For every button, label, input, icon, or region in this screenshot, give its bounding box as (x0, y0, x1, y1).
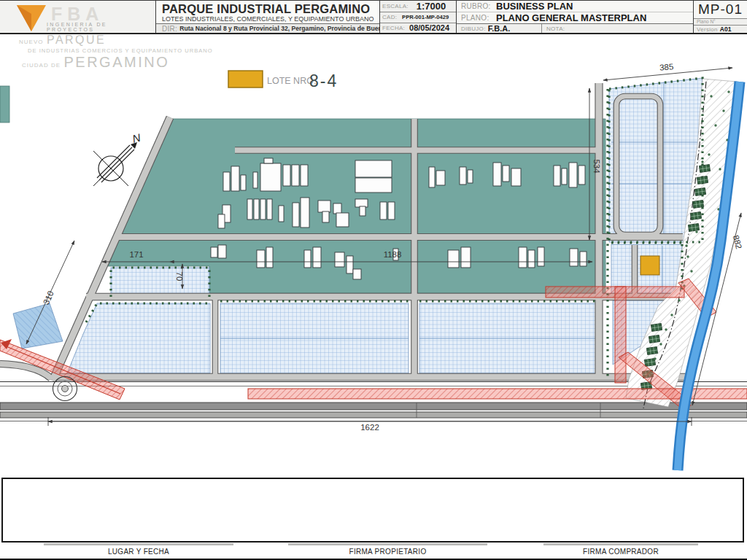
version-row: Version A01 (694, 25, 747, 33)
escala-row: ESCALA: 1:7000 (380, 1, 456, 12)
dir-label: DIR: (162, 25, 177, 33)
rubro-label: RUBRO: (461, 2, 496, 10)
dim-70: 70 (175, 272, 184, 281)
address-row: DIR: Ruta Nacional 8 y Ruta Provincial 3… (156, 23, 379, 33)
masterplan-sheet: { "title_block": { "logo_brand": "FBA", … (0, 0, 747, 560)
dim-1622: 1622 (360, 423, 379, 432)
title-block: FBA INGENIERIA DE PROYECTOS PARQUE INDUS… (0, 0, 747, 34)
watermark-line3: CIUDAD DE PERGAMINO (22, 55, 213, 69)
highlight-lot-8-4 (640, 256, 659, 275)
sheet-code: MP-01 (694, 1, 747, 18)
signature-line-comprador (543, 543, 698, 545)
dim-310: 310 (42, 289, 55, 306)
watermark-big1: PARQUE (47, 34, 106, 46)
logo-cell: FBA INGENIERIA DE PROYECTOS (0, 1, 155, 33)
signature-label-lugar: LUGAR Y FECHA (44, 548, 233, 556)
dim-171: 171 (129, 250, 143, 259)
dim-534: 534 (592, 159, 601, 174)
notes-box (1, 478, 744, 542)
cad-value: PPR-001-MP-0429 (397, 14, 454, 20)
signature-line-lugar (44, 543, 233, 545)
fecha-label: FECHA: (382, 25, 405, 31)
version-value: A01 (720, 26, 732, 33)
nota-label: NOTA: (546, 26, 565, 32)
escala-label: ESCALA: (382, 3, 409, 9)
plano-value: PLANO GENERAL MASTERPLAN (496, 12, 646, 23)
cad-row: CAD: PPR-001-MP-0429 (380, 12, 456, 23)
dim-882: 882 (732, 234, 744, 250)
dibujo-value: F.B.A. (488, 24, 511, 33)
north-label: N (131, 131, 142, 145)
version-label: Version (697, 26, 718, 33)
legend-value: 8-4 (309, 71, 338, 90)
fecha-row: FECHA: 08/05/2024 (380, 23, 456, 34)
sheet-cell: MP-01 Plano N° Version A01 (693, 1, 747, 33)
signature-label-comprador: FIRMA COMPRADOR (543, 548, 698, 556)
legend-swatch (228, 71, 263, 88)
watermark-big3: PERGAMINO (63, 54, 169, 70)
watermark-line1: NUEVO PARQUE (19, 34, 213, 46)
escala-value: 1:7000 (409, 1, 454, 12)
rubro-row: RUBRO: BUSINESS PLAN (457, 1, 693, 12)
dibujo-label: DIBUJO: (461, 26, 486, 32)
project-watermark: NUEVO PARQUE DE INDUSTRIAS COMERCIOS Y E… (19, 34, 213, 69)
plano-label: PLANO: (461, 14, 496, 22)
signature-label-propietario: FIRMA PROPIETARIO (288, 548, 487, 556)
watermark-prefix3: CIUDAD DE (22, 62, 61, 69)
plano-row: PLANO: PLANO GENERAL MASTERPLAN (457, 12, 693, 23)
dim-385: 385 (659, 62, 674, 72)
project-subtitle: LOTES INDUSTRIALES, COMERCIALES, Y EQUIP… (156, 15, 379, 23)
rubro-value: BUSINESS PLAN (496, 1, 573, 12)
fba-logo-icon (15, 4, 48, 33)
cad-label: CAD: (382, 14, 397, 20)
north-arrow-icon: N (93, 131, 142, 186)
nota-cell: NOTA: (541, 24, 693, 33)
signature-line-propietario (288, 543, 487, 545)
watermark-line2: DE INDUSTRIAS COMERCIOS Y EQUIPAMIENTO U… (28, 48, 213, 54)
dir-value: Ruta Nacional 8 y Ruta Provincial 32, Pe… (179, 25, 406, 32)
watermark-prefix1: NUEVO (19, 39, 43, 45)
fecha-value: 08/05/2024 (405, 23, 454, 32)
masterplan-drawing: 385 534 882 1188 171 70 310 1622 N LOTE … (0, 0, 747, 560)
project-title-cell: PARQUE INDUSTRIAL PERGAMINO LOTES INDUST… (155, 1, 379, 33)
scale-cell: ESCALA: 1:7000 CAD: PPR-001-MP-0429 FECH… (379, 1, 456, 33)
rubro-cell: RUBRO: BUSINESS PLAN PLANO: PLANO GENERA… (456, 1, 693, 33)
sheet-number-label: Plano N° (694, 18, 747, 25)
dim-1188: 1188 (384, 250, 402, 259)
dibujo-nota-row: DIBUJO: F.B.A. NOTA: (457, 23, 693, 33)
project-title: PARQUE INDUSTRIAL PERGAMINO (156, 1, 379, 15)
lot-legend: LOTE NRO: 8-4 (228, 71, 338, 90)
logo-tagline: INGENIERIA DE PROYECTOS (47, 22, 155, 32)
dibujo-cell: DIBUJO: F.B.A. (457, 24, 541, 33)
